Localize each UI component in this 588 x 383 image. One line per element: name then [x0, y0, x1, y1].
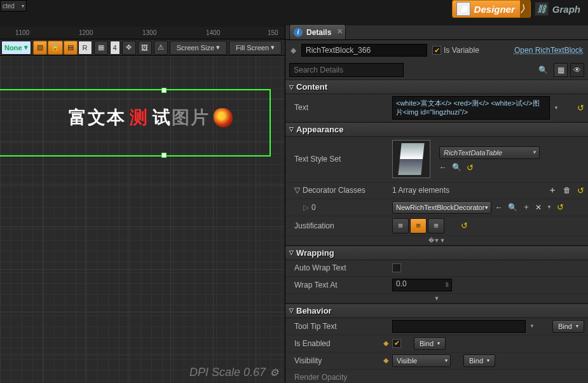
array-element-index: ▷0 — [285, 203, 388, 212]
wrapping-header-label: Wrapping — [296, 248, 334, 258]
property-matrix-button[interactable]: ▦ — [554, 63, 568, 77]
image-tool[interactable]: 🖼 — [138, 41, 152, 55]
reset-icon[interactable]: ↺ — [577, 103, 584, 113]
category-header-behavior[interactable]: ▽Behavior — [285, 304, 588, 318]
justify-center-button[interactable]: ≡ — [410, 218, 427, 233]
reset-icon[interactable]: ↺ — [467, 163, 474, 172]
asset-thumbnail[interactable] — [392, 140, 430, 178]
is-variable-checkbox[interactable]: ✔ Is Variable — [432, 46, 479, 55]
use-selected-icon[interactable]: ← — [439, 163, 447, 172]
bind-button[interactable]: Bind — [463, 354, 495, 367]
justify-right-button[interactable]: ≡ — [428, 218, 444, 233]
justify-left-button[interactable]: ≡ — [392, 218, 409, 233]
richtext-preview[interactable]: 富文本 测 试图片 — [69, 106, 233, 130]
category-header-appearance[interactable]: ▽Appearance — [285, 123, 588, 137]
resize-handle-top[interactable] — [161, 88, 167, 93]
appearance-header-label: Appearance — [296, 125, 343, 134]
canvas[interactable]: 富文本 测 试图片 DPI Scale 0.67 ⚙ — [0, 56, 285, 383]
bind-button[interactable]: Bind — [414, 337, 446, 350]
gear-icon[interactable]: ⚙ — [270, 366, 278, 379]
is-variable-label: Is Variable — [444, 46, 479, 55]
info-icon: i — [294, 28, 303, 37]
is-enabled-checkbox[interactable]: ✔ — [392, 339, 401, 348]
details-tab[interactable]: i Details ✕ — [289, 24, 346, 39]
ruler-tick: 1400 — [206, 29, 220, 36]
visibility-filter-button[interactable]: 👁 — [570, 63, 584, 77]
resize-handle-bottom[interactable] — [161, 153, 167, 158]
expand-more-icon[interactable]: �▼▼ — [285, 236, 588, 246]
wrap-at-input[interactable]: 0.0⥮ — [392, 279, 452, 291]
search-icon: 🔍 — [538, 66, 548, 74]
rt-seg-white2: 试 — [153, 108, 172, 127]
clear-icon[interactable]: ✕ — [535, 203, 542, 212]
search-input[interactable] — [289, 63, 404, 77]
selected-dropdown[interactable]: cted — [0, 0, 27, 11]
dpi-text: DPI Scale 0.67 — [189, 366, 266, 379]
checkbox-icon: ✔ — [432, 46, 441, 55]
browse-icon[interactable]: 🔍 — [508, 203, 517, 212]
close-icon[interactable]: ✕ — [337, 27, 343, 36]
ruler: 1100 1200 1300 1400 150 — [0, 27, 285, 39]
bindable-icon: ◆ — [383, 339, 388, 347]
r-label: R — [83, 44, 88, 52]
bind-button[interactable]: Bind — [552, 320, 584, 333]
lock-toggle[interactable]: 🔒 — [48, 41, 63, 55]
expand-more-icon[interactable]: ▼ — [285, 294, 588, 303]
grid-toggle[interactable]: ▦ — [94, 41, 108, 55]
category-header-content[interactable]: ▽Content — [285, 80, 588, 94]
trash-icon[interactable]: 🗑 — [563, 186, 571, 195]
auto-wrap-checkbox[interactable]: ✔ — [392, 263, 401, 272]
outline-toggle[interactable]: ▧ — [33, 41, 47, 55]
content-header-label: Content — [296, 82, 327, 92]
chevron-down-icon[interactable]: ▼ — [554, 105, 559, 111]
use-selected-icon[interactable]: ← — [495, 203, 503, 212]
visibility-combo[interactable]: Visible — [392, 354, 451, 367]
tooltip-label: Tool Tip Text — [285, 322, 388, 331]
rt-seg-gray: 图片 — [172, 108, 210, 127]
reset-icon[interactable]: ↺ — [461, 221, 468, 230]
graph-tab[interactable]: ⛓ Graph — [531, 0, 588, 18]
wrap-at-value: 0.0 — [396, 279, 407, 288]
text-value-input[interactable]: <white>富文本</> <red>测</> <white>试</>图片<im… — [392, 96, 550, 120]
layers-toggle[interactable]: ▤ — [64, 41, 78, 55]
add-element-icon[interactable]: ＋ — [548, 185, 557, 196]
open-class-link[interactable]: Open RichTextBlock — [514, 46, 583, 55]
chevron-down-icon[interactable]: ▼ — [547, 204, 552, 210]
category-header-wrapping[interactable]: ▽Wrapping — [285, 246, 588, 260]
tooltip-input[interactable] — [392, 320, 526, 333]
grid-num: 4 — [113, 44, 117, 52]
rt-seg-red: 测 — [130, 106, 149, 130]
decorator-class-combo[interactable]: NewRichTextBlockDecorator — [392, 201, 491, 214]
auto-wrap-label: Auto Wrap Text — [285, 263, 388, 272]
designer-tab[interactable]: 🖥 Designer 〉 — [452, 0, 531, 18]
elem-value: NewRichTextBlockDecorator — [396, 204, 484, 211]
spinner-icon[interactable]: ⥮ — [444, 281, 449, 288]
move-tool[interactable]: ✥ — [122, 41, 136, 55]
bindable-icon: ◆ — [383, 356, 388, 365]
layout-none-button[interactable]: None ▾ — [1, 41, 31, 55]
reset-icon[interactable]: ↺ — [577, 186, 584, 195]
reset-icon[interactable]: ↺ — [557, 202, 564, 212]
search-row: 🔍 ▦ 👁 — [285, 60, 588, 80]
chevron-right-icon: 〉 — [520, 0, 530, 18]
triangle-down-icon: ▽ — [294, 186, 300, 195]
widget-name-input[interactable] — [301, 44, 427, 57]
category-appearance: ▽Appearance Text Style Set RichTextDataT… — [285, 122, 588, 246]
visibility-value: Visible — [397, 357, 417, 365]
add-icon[interactable]: ＋ — [523, 202, 530, 212]
fill-screen-dropdown[interactable]: Fill Screen ▾ — [229, 41, 282, 55]
grid-snap-value[interactable]: 4 — [110, 41, 120, 55]
chevron-down-icon[interactable]: ▼ — [530, 323, 535, 329]
wrap-at-label: Wrap Text At — [285, 281, 388, 289]
viewport-toolbar: None ▾ ▧ 🔒 ▤ R ▦ 4 ✥ 🖼 ⚠ Screen Size ▾ F… — [0, 39, 285, 56]
inline-image-icon — [214, 108, 233, 127]
category-behavior: ▽Behavior Tool Tip Text ▼ Bind Is Enable… — [285, 303, 588, 383]
text-style-set-combo[interactable]: RichTextDataTable — [439, 146, 540, 159]
warn-tool[interactable]: ⚠ — [154, 41, 168, 55]
r-button[interactable]: R — [78, 41, 92, 55]
rt-seg-white1: 富文本 — [69, 106, 126, 130]
designer-label: Designer — [474, 4, 515, 15]
ruler-tick: 1200 — [79, 29, 93, 36]
browse-icon[interactable]: 🔍 — [452, 163, 462, 172]
screen-size-dropdown[interactable]: Screen Size ▾ — [170, 41, 227, 55]
